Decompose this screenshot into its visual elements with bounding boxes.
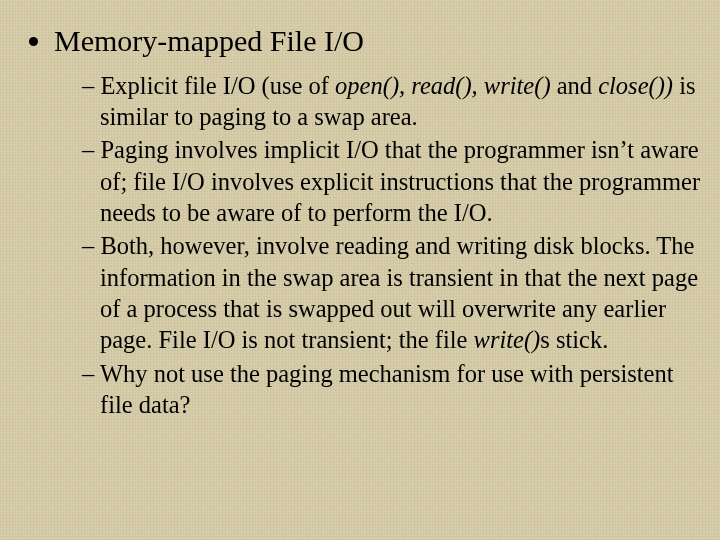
- text: and: [557, 72, 599, 99]
- italic-text: open(), read(), write(): [335, 72, 557, 99]
- italic-text: write(): [474, 326, 541, 353]
- text: Paging involves implicit I/O that the pr…: [100, 136, 700, 226]
- text: Both, however, involve reading and writi…: [100, 232, 698, 353]
- sub-bullet-4: Why not use the paging mechanism for use…: [82, 358, 702, 421]
- slide: Memory-mapped File I/O Explicit file I/O…: [18, 22, 702, 530]
- text: Explicit file I/O (use of: [100, 72, 335, 99]
- sub-list: Explicit file I/O (use of open(), read()…: [54, 70, 702, 421]
- sub-bullet-2: Paging involves implicit I/O that the pr…: [82, 134, 702, 228]
- text: s stick.: [540, 326, 608, 353]
- italic-text: close()): [598, 72, 673, 99]
- slide-title: Memory-mapped File I/O: [54, 24, 364, 57]
- sub-bullet-1: Explicit file I/O (use of open(), read()…: [82, 70, 702, 133]
- top-bullet: Memory-mapped File I/O Explicit file I/O…: [54, 22, 702, 420]
- text: Why not use the paging mechanism for use…: [100, 360, 674, 418]
- sub-bullet-3: Both, however, involve reading and writi…: [82, 230, 702, 355]
- top-list: Memory-mapped File I/O Explicit file I/O…: [18, 22, 702, 420]
